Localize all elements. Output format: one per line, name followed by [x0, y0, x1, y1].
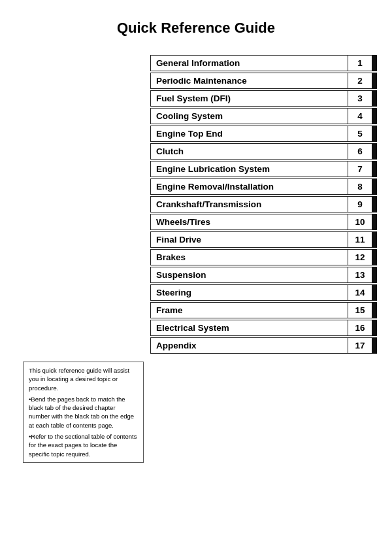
toc-item-label: Wheels/Tires	[151, 214, 348, 229]
toc-row: Cooling System4	[150, 108, 372, 124]
toc-item-number: 5	[348, 126, 372, 141]
info-box-bullet1: •Bend the pages back to match the black …	[29, 395, 138, 430]
toc-row: Fuel System (DFI)3	[150, 90, 372, 107]
page-title: Quick Reference Guide	[13, 20, 379, 37]
toc-item-label: Fuel System (DFI)	[151, 91, 348, 106]
toc-row: Frame15	[150, 302, 372, 318]
toc-row: Appendix17	[150, 337, 372, 354]
toc-item-label: Clutch	[151, 144, 348, 159]
toc-item-number: 1	[348, 56, 372, 71]
toc-item-number: 8	[348, 179, 372, 194]
toc-item-number: 16	[348, 320, 372, 335]
toc-item-label: Cooling System	[151, 109, 348, 124]
bottom-section: This quick reference guide will assist y…	[13, 362, 379, 463]
toc-item-label: Frame	[151, 303, 348, 318]
toc-item-label: Crankshaft/Transmission	[151, 197, 348, 212]
toc-item-number: 2	[348, 73, 372, 88]
toc-item-label: Engine Removal/Installation	[151, 179, 348, 194]
toc-row: Clutch6	[150, 143, 372, 160]
toc-row: Wheels/Tires10	[150, 214, 372, 230]
toc-item-label: Electrical System	[151, 320, 348, 335]
toc-item-number: 9	[348, 197, 372, 212]
toc-item-label: Engine Top End	[151, 126, 348, 141]
toc-row: Engine Removal/Installation8	[150, 178, 372, 195]
page: Quick Reference Guide General Informatio…	[0, 0, 392, 542]
toc-item-number: 17	[348, 338, 372, 353]
toc-item-label: Appendix	[151, 338, 348, 353]
toc-item-number: 10	[348, 214, 372, 229]
toc-item-number: 7	[348, 161, 372, 177]
info-box: This quick reference guide will assist y…	[23, 362, 144, 463]
toc-item-label: Steering	[151, 285, 348, 300]
toc-row: Brakes12	[150, 249, 372, 265]
toc-row: Engine Top End5	[150, 126, 372, 142]
toc-row: Electrical System16	[150, 320, 372, 336]
toc-item-label: Brakes	[151, 250, 348, 265]
toc-row: Final Drive11	[150, 231, 372, 248]
toc-item-number: 15	[348, 303, 372, 318]
toc-item-label: Periodic Maintenance	[151, 73, 348, 88]
toc-item-label: Final Drive	[151, 232, 348, 247]
toc-item-number: 12	[348, 250, 372, 265]
info-box-intro: This quick reference guide will assist y…	[29, 366, 138, 392]
toc-row: Steering14	[150, 284, 372, 301]
toc-item-number: 14	[348, 285, 372, 300]
toc-item-number: 13	[348, 267, 372, 282]
toc-item-number: 11	[348, 232, 372, 247]
toc-row: Crankshaft/Transmission9	[150, 196, 372, 212]
toc-row: Suspension13	[150, 267, 372, 283]
toc-row: Periodic Maintenance2	[150, 73, 372, 89]
toc-list: General Information1Periodic Maintenance…	[150, 55, 372, 355]
toc-row: Engine Lubrication System7	[150, 161, 372, 177]
toc-item-label: Engine Lubrication System	[151, 161, 348, 177]
toc-item-label: General Information	[151, 56, 348, 71]
toc-item-label: Suspension	[151, 267, 348, 282]
content-area: General Information1Periodic Maintenance…	[13, 55, 379, 355]
toc-item-number: 3	[348, 91, 372, 106]
info-box-bullet2: •Refer to the sectional table of content…	[29, 432, 138, 458]
toc-item-number: 4	[348, 109, 372, 124]
toc-item-number: 6	[348, 144, 372, 159]
toc-row: General Information1	[150, 55, 372, 71]
